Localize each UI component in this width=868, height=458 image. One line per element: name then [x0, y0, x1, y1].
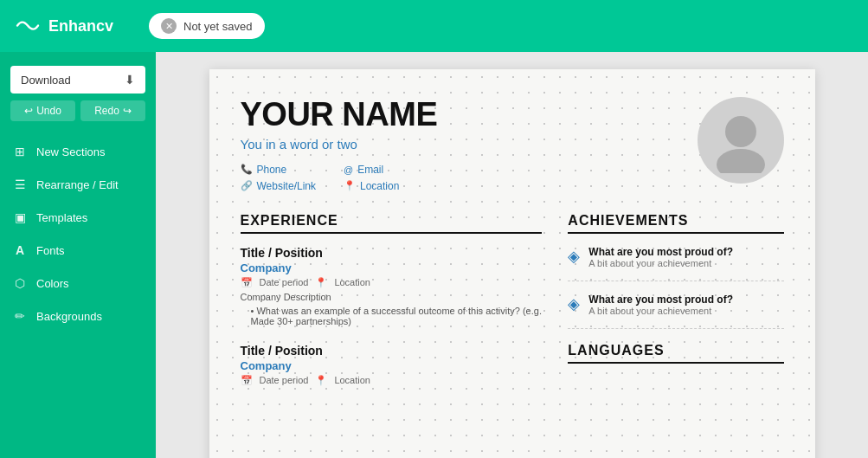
content-area: YOUR NAME You in a word or two 📞 Phone 🔗… [156, 52, 868, 458]
exp-date-1: Date period [260, 277, 309, 287]
achievement-item-2[interactable]: ◈ What are you most proud of? A bit abou… [568, 294, 783, 329]
svg-point-0 [725, 116, 756, 147]
experience-item-2[interactable]: Title / Position Company 📅 Date period 📍… [241, 344, 543, 386]
pin-icon: 📍 [315, 277, 327, 288]
sidebar-item-fonts[interactable]: A Fonts [0, 234, 156, 267]
sidebar-item-new-sections[interactable]: ⊞ New Sections [0, 135, 156, 168]
exp-date-2: Date period [260, 375, 309, 385]
redo-arrow-icon: ↪ [123, 105, 132, 117]
achievement-title-2: What are you most proud of? [588, 294, 733, 306]
app-name: Enhancv [48, 17, 113, 35]
main-layout: Download ⬇ ↩ Undo Redo ↪ ⊞ New Sections [0, 52, 868, 458]
colors-icon: ⬡ [12, 276, 28, 290]
nav-label-templates: Templates [36, 211, 87, 224]
calendar-icon: 📅 [241, 277, 253, 288]
sidebar-nav: ⊞ New Sections ☰ Rearrange / Edit ▣ Temp… [0, 135, 156, 332]
download-icon: ⬇ [125, 73, 135, 87]
exp-meta-1: 📅 Date period 📍 Location [241, 277, 543, 288]
contact-phone[interactable]: 📞 Phone [241, 164, 316, 176]
sidebar-item-colors[interactable]: ⬡ Colors [0, 267, 156, 300]
logo-area: Enhancv [14, 17, 135, 35]
undo-redo-row: ↩ Undo Redo ↪ [10, 100, 145, 121]
exp-company-2: Company [241, 359, 543, 372]
exp-title-1: Title / Position [241, 246, 543, 260]
languages-section-title: LANGUAGES [568, 343, 783, 364]
location-label: Location [360, 180, 399, 192]
resume-header-left: YOUR NAME You in a word or two 📞 Phone 🔗… [241, 97, 438, 192]
experience-section-title: EXPERIENCE [241, 213, 543, 234]
exp-location-1: Location [334, 277, 370, 287]
redo-label: Redo [94, 105, 119, 117]
resume-contacts: 📞 Phone 🔗 Website/Link @ Email [241, 164, 438, 192]
achievement-sub-1: A bit about your achievement [588, 258, 733, 268]
redo-button[interactable]: Redo ↪ [80, 100, 145, 121]
nav-label-new-sections: New Sections [36, 145, 105, 158]
undo-label: Undo [36, 105, 61, 117]
top-bar: Enhancv ✕ Not yet saved [0, 0, 868, 52]
nav-label-fonts: Fonts [36, 244, 65, 257]
phone-icon: 📞 [241, 164, 253, 175]
resume-header: YOUR NAME You in a word or two 📞 Phone 🔗… [241, 97, 784, 192]
logo-icon [14, 17, 42, 35]
download-label: Download [21, 74, 71, 87]
fonts-icon: A [12, 243, 28, 257]
backgrounds-icon: ✏ [12, 309, 28, 323]
undo-arrow-icon: ↩ [24, 105, 33, 117]
resume-paper: YOUR NAME You in a word or two 📞 Phone 🔗… [209, 69, 815, 458]
close-icon[interactable]: ✕ [161, 18, 177, 34]
exp-description-1: Company Description [241, 292, 543, 302]
contact-email[interactable]: @ Email [344, 164, 399, 176]
undo-button[interactable]: ↩ Undo [10, 100, 75, 121]
achievement-text-1: What are you most proud of? A bit about … [588, 246, 733, 268]
resume-body: EXPERIENCE Title / Position Company 📅 Da… [241, 213, 784, 403]
calendar-icon-2: 📅 [241, 375, 253, 386]
diamond-icon-1: ◈ [568, 247, 580, 266]
pin-icon-2: 📍 [315, 375, 327, 386]
contact-website[interactable]: 🔗 Website/Link [241, 180, 316, 192]
contact-col-left: 📞 Phone 🔗 Website/Link [241, 164, 316, 192]
contact-col-right: @ Email 📍 Location [344, 164, 399, 192]
location-icon: 📍 [344, 180, 356, 191]
resume-name[interactable]: YOUR NAME [241, 97, 438, 133]
avatar-icon [710, 108, 771, 173]
achievement-item-1[interactable]: ◈ What are you most proud of? A bit abou… [568, 246, 783, 281]
diamond-icon-2: ◈ [568, 294, 580, 313]
nav-label-colors: Colors [36, 277, 69, 290]
achievement-title-1: What are you most proud of? [588, 246, 733, 258]
sidebar-top: Download ⬇ ↩ Undo Redo ↪ [0, 59, 156, 132]
nav-label-backgrounds: Backgrounds [36, 310, 102, 323]
not-saved-badge: ✕ Not yet saved [149, 13, 265, 39]
resume-right-column: ACHIEVEMENTS ◈ What are you most proud o… [568, 213, 783, 403]
exp-bullet-1: • What was an example of a successful ou… [241, 306, 543, 326]
templates-icon: ▣ [12, 210, 28, 224]
sidebar-item-backgrounds[interactable]: ✏ Backgrounds [0, 300, 156, 332]
achievement-sub-2: A bit about your achievement [588, 306, 733, 316]
download-button[interactable]: Download ⬇ [10, 66, 145, 94]
exp-location-2: Location [334, 375, 370, 385]
resume-left-column: EXPERIENCE Title / Position Company 📅 Da… [241, 213, 543, 403]
email-icon: @ [344, 164, 353, 175]
avatar[interactable] [698, 97, 784, 184]
resume-tagline[interactable]: You in a word or two [241, 137, 438, 152]
email-label: Email [357, 164, 383, 176]
phone-label: Phone [257, 164, 287, 176]
website-label: Website/Link [257, 180, 316, 192]
rearrange-edit-icon: ☰ [12, 177, 28, 191]
sidebar-item-rearrange-edit[interactable]: ☰ Rearrange / Edit [0, 168, 156, 201]
achievement-text-2: What are you most proud of? A bit about … [588, 294, 733, 316]
experience-item-1[interactable]: Title / Position Company 📅 Date period 📍… [241, 246, 543, 326]
new-sections-icon: ⊞ [12, 145, 28, 158]
contact-location[interactable]: 📍 Location [344, 180, 399, 192]
sidebar: Download ⬇ ↩ Undo Redo ↪ ⊞ New Sections [0, 52, 156, 458]
achievements-section-title: ACHIEVEMENTS [568, 213, 783, 234]
website-icon: 🔗 [241, 180, 253, 191]
exp-meta-2: 📅 Date period 📍 Location [241, 375, 543, 386]
not-saved-label: Not yet saved [183, 20, 253, 33]
nav-label-rearrange-edit: Rearrange / Edit [36, 178, 119, 191]
svg-point-1 [717, 149, 765, 173]
exp-title-2: Title / Position [241, 344, 543, 358]
sidebar-item-templates[interactable]: ▣ Templates [0, 201, 156, 234]
exp-company-1: Company [241, 261, 543, 274]
